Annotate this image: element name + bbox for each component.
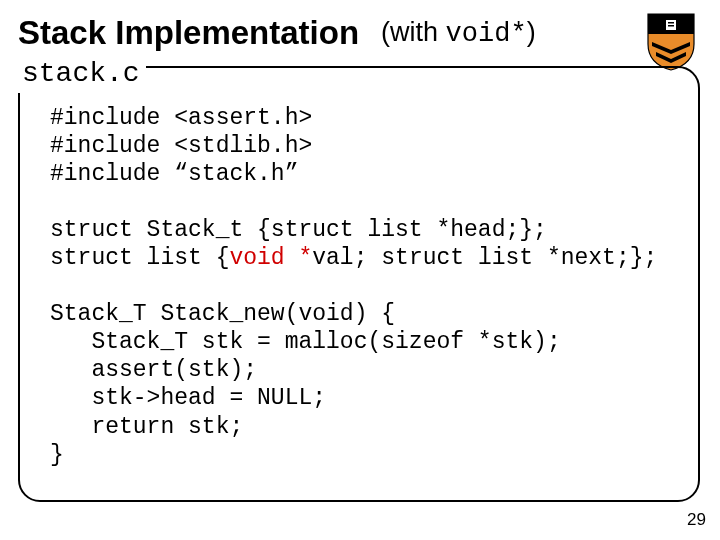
svg-rect-1: [668, 22, 674, 24]
code-line: stk->head = NULL;: [50, 385, 326, 411]
code-line: Stack_T Stack_new(void) {: [50, 301, 395, 327]
filename-label: stack.c: [0, 58, 146, 93]
code-box: #include <assert.h> #include <stdlib.h> …: [18, 66, 700, 502]
page-number: 29: [687, 510, 706, 530]
paren-mono: void*: [446, 19, 527, 49]
slide: Stack Implementation (with void*) #inclu…: [0, 0, 720, 540]
code-frag: val; struct list *next;};: [312, 245, 657, 271]
code-frag: struct list {: [50, 245, 229, 271]
code-line: struct list {void *val; struct list *nex…: [50, 245, 657, 271]
code-highlight: void *: [229, 245, 312, 271]
title-main: Stack Implementation: [18, 14, 359, 52]
svg-rect-2: [668, 25, 674, 27]
code-line: struct Stack_t {struct list *head;};: [50, 217, 547, 243]
code-line: #include <stdlib.h>: [50, 133, 312, 159]
code-listing: #include <assert.h> #include <stdlib.h> …: [50, 104, 684, 469]
code-line: }: [50, 442, 64, 468]
paren-close: ): [527, 17, 536, 47]
title-row: Stack Implementation (with void*): [0, 0, 720, 52]
code-line: Stack_T stk = malloc(sizeof *stk);: [50, 329, 561, 355]
code-line: assert(stk);: [50, 357, 257, 383]
code-line: #include “stack.h”: [50, 161, 298, 187]
paren-open: (with: [381, 17, 446, 47]
title-paren: (with void*): [381, 17, 536, 49]
code-line: #include <assert.h>: [50, 105, 312, 131]
princeton-shield-icon: [646, 12, 696, 72]
code-line: return stk;: [50, 414, 243, 440]
